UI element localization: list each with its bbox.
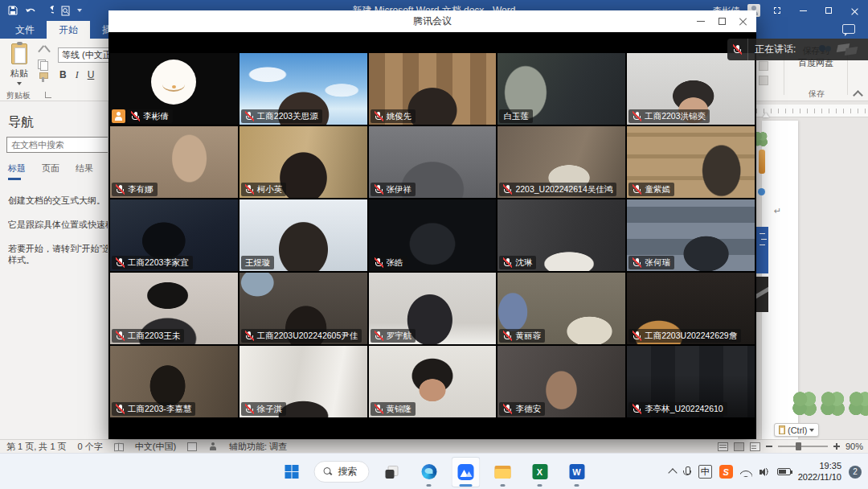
- zoom-level[interactable]: 90%: [845, 442, 863, 451]
- read-mode-icon[interactable]: [718, 442, 728, 451]
- mic-muted-icon: [116, 404, 125, 414]
- print-layout-icon[interactable]: [734, 442, 744, 451]
- mic-muted-icon[interactable]: [727, 39, 748, 60]
- video-tile[interactable]: 张伊祥: [369, 126, 497, 198]
- tab-home[interactable]: 开始: [47, 21, 90, 39]
- video-tile[interactable]: 2203_U202242614吴佳鸿: [497, 126, 625, 198]
- zoom-slider-thumb[interactable]: [796, 442, 801, 450]
- copy-icon[interactable]: [38, 60, 47, 69]
- zoom-out-icon[interactable]: [766, 446, 772, 447]
- video-tile[interactable]: 李有娜: [110, 126, 238, 198]
- excel-icon: [532, 464, 547, 479]
- participant-nameplate: 张皓: [371, 256, 407, 269]
- paste-button[interactable]: 粘贴: [6, 43, 32, 93]
- print-preview-icon[interactable]: [61, 6, 70, 16]
- mic-muted-icon: [245, 111, 254, 121]
- video-tile[interactable]: 柯小英: [240, 126, 367, 198]
- page-info[interactable]: 第 1 页, 共 1 页: [6, 441, 67, 453]
- redo-icon[interactable]: [43, 6, 54, 15]
- video-tile[interactable]: 徐子淇: [240, 346, 367, 417]
- video-tile[interactable]: 工商2203关思源: [240, 53, 367, 125]
- indent-marker-icon[interactable]: [763, 113, 769, 117]
- video-tile[interactable]: 白玉莲: [497, 53, 625, 125]
- ime-indicator[interactable]: 中: [698, 465, 712, 479]
- taskbar-edge[interactable]: [415, 457, 444, 487]
- tray-mic-icon[interactable]: [683, 466, 691, 478]
- participant-name: 柯小英: [257, 184, 283, 195]
- taskbar-excel[interactable]: [526, 457, 555, 487]
- save-icon[interactable]: [8, 6, 18, 15]
- wifi-icon[interactable]: [740, 467, 752, 477]
- proofing-icon[interactable]: [114, 442, 124, 451]
- italic-button[interactable]: I: [76, 69, 79, 81]
- video-tile[interactable]: 工商2203王未: [110, 273, 238, 344]
- video-tile[interactable]: 李德安: [497, 346, 625, 417]
- ribbon-display-options-button[interactable]: [768, 3, 786, 18]
- cut-icon[interactable]: [39, 47, 48, 56]
- windows-taskbar: 搜索 中 S 19:35 2022/11/10 2: [0, 453, 868, 489]
- meeting-close-button[interactable]: [732, 10, 753, 32]
- tray-overflow-icon[interactable]: [668, 468, 677, 477]
- document-search-input[interactable]: [6, 137, 108, 153]
- zoom-in-icon[interactable]: [833, 443, 840, 450]
- meeting-maximize-button[interactable]: [711, 10, 732, 32]
- notification-badge[interactable]: 2: [849, 466, 862, 479]
- collapse-ribbon-icon[interactable]: [853, 90, 863, 101]
- video-tile[interactable]: 童紫嫣: [627, 126, 755, 198]
- word-minimize-button[interactable]: [794, 3, 812, 18]
- video-tile[interactable]: 张何瑞: [627, 199, 755, 271]
- font-name-combobox[interactable]: 等线 (中文正文): [58, 47, 114, 63]
- web-layout-icon[interactable]: [750, 442, 760, 451]
- video-tile[interactable]: 工商2203-李嘉慧: [110, 346, 238, 417]
- participant-name: 罗宇航: [387, 331, 412, 342]
- taskbar-tencent-meeting[interactable]: [452, 457, 481, 487]
- comments-icon[interactable]: [842, 24, 855, 34]
- underline-button[interactable]: U: [88, 69, 95, 81]
- video-tile[interactable]: 王煜璇: [240, 199, 367, 271]
- volume-icon[interactable]: [760, 467, 770, 477]
- taskbar-search[interactable]: 搜索: [314, 461, 370, 483]
- taskbar-clock[interactable]: 19:35 2022/11/10: [798, 461, 841, 483]
- word-restore-button[interactable]: [820, 3, 837, 18]
- nav-tab-results[interactable]: 结果: [76, 162, 93, 175]
- video-tile[interactable]: 工商2203李家宜: [110, 199, 238, 271]
- nav-tab-headings[interactable]: 标题: [8, 162, 26, 175]
- video-tile[interactable]: 黄丽蓉: [497, 273, 625, 344]
- video-tile[interactable]: 罗宇航: [369, 273, 497, 344]
- battery-icon[interactable]: [777, 468, 791, 475]
- undo-icon[interactable]: [25, 6, 36, 15]
- task-view-button[interactable]: [378, 457, 407, 487]
- meeting-titlebar[interactable]: 腾讯会议: [108, 10, 756, 32]
- insert-mode-icon[interactable]: [187, 442, 197, 451]
- edge-icon: [421, 464, 436, 479]
- ribbon-clipped-icon: [759, 76, 768, 85]
- clipboard-dialog-launcher-icon[interactable]: [45, 92, 51, 98]
- participant-nameplate: 工商2203关思源: [241, 109, 322, 123]
- word-count[interactable]: 0 个字: [78, 441, 103, 453]
- language-status[interactable]: 中文(中国): [135, 441, 176, 453]
- customize-qat-icon[interactable]: [77, 9, 82, 12]
- video-tile[interactable]: 李彬倩: [110, 53, 238, 125]
- taskbar-word[interactable]: [563, 457, 592, 487]
- paste-options-button[interactable]: (Ctrl): [774, 423, 819, 437]
- video-tile[interactable]: 黄锦隆: [369, 346, 497, 417]
- video-tile[interactable]: 沈琳: [497, 199, 625, 271]
- nav-tab-pages[interactable]: 页面: [42, 162, 59, 175]
- taskbar-file-explorer[interactable]: [489, 457, 518, 487]
- video-tile[interactable]: 张皓: [369, 199, 497, 271]
- zoom-slider[interactable]: [778, 446, 828, 447]
- bold-button[interactable]: B: [59, 69, 67, 81]
- sogou-input-icon[interactable]: S: [719, 465, 733, 479]
- format-painter-icon[interactable]: [39, 72, 48, 82]
- video-tile[interactable]: 李亭林_U202242610: [627, 346, 755, 417]
- tab-file[interactable]: 文件: [3, 21, 47, 39]
- start-button[interactable]: [277, 457, 306, 487]
- accessibility-status[interactable]: 辅助功能: 调查: [229, 441, 287, 453]
- video-tile[interactable]: 工商2203U202242605尹佳: [240, 273, 367, 344]
- word-close-button[interactable]: [845, 3, 863, 18]
- participant-nameplate: 张何瑞: [628, 256, 674, 269]
- video-tile[interactable]: 工商2203洪锦奕: [627, 53, 755, 125]
- video-tile[interactable]: 工商2203U202242629詹: [627, 273, 755, 344]
- meeting-minimize-button[interactable]: [690, 10, 711, 32]
- video-tile[interactable]: 姚俊先: [369, 53, 497, 125]
